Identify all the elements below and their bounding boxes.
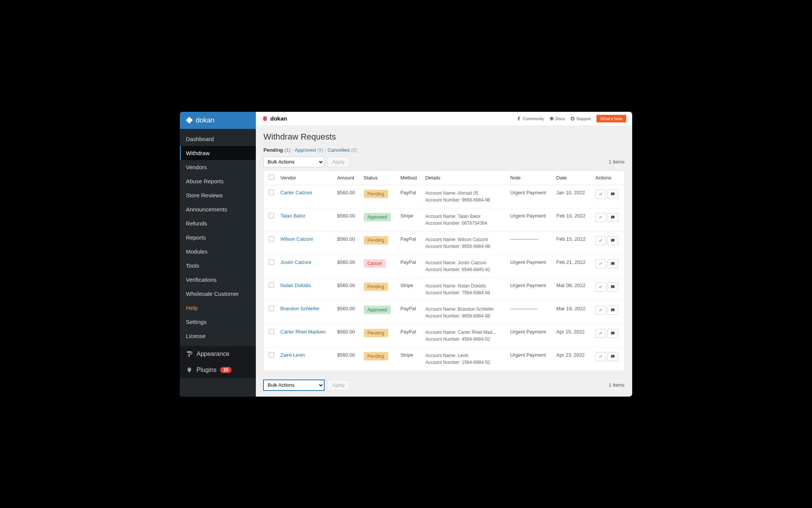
detail-account-name: Account Name: Wilson Calzoni [425,236,504,243]
approve-action-button[interactable] [595,329,606,338]
approve-action-button[interactable] [595,352,606,361]
note-cell: ----------------- [507,301,553,324]
detail-account-number: Account Number: 7584-6984-84 [425,289,504,296]
sidebar-item-help[interactable]: Help [180,301,256,315]
status-tab-pending[interactable]: Pending (1) [263,147,290,153]
sidebar: dokan DashboardWithdrawVendorsAbuse Repo… [180,112,256,397]
comment-action-button[interactable] [607,259,618,268]
whats-new-button[interactable]: What's New [596,115,626,122]
row-checkbox[interactable] [269,306,274,311]
sidebar-item-modules[interactable]: Modules [180,244,256,259]
amount-cell: $560.00 [334,347,361,370]
note-cell: Urgent Payment [507,254,553,278]
vendor-link[interactable]: Talan Bator [281,213,306,219]
table-row: Justin Calzoni$560.00CancelPayPalAccount… [264,254,625,278]
plugins-badge: 20 [220,367,231,373]
approve-action-button[interactable] [595,190,606,199]
topbar-link-community[interactable]: Community [517,116,544,121]
status-badge: Approved [364,213,391,221]
sidebar-item-plugins[interactable]: Plugins20 [180,362,256,378]
detail-account-number: Account Number: 0678754364 [425,220,504,227]
select-all-checkbox[interactable] [269,175,274,180]
date-cell: Feb 21, 2022 [553,254,592,278]
items-count-bottom: 1 items [609,382,625,388]
method-cell: Stripe [397,347,422,370]
col-method: Method [397,170,422,185]
vendor-link[interactable]: Carter Calzoni [281,190,312,195]
comment-action-button[interactable] [607,306,618,315]
method-cell: PayPal [397,231,422,254]
row-checkbox[interactable] [269,236,274,241]
topbar-link-docs[interactable]: Docs [549,116,565,121]
row-checkbox[interactable] [269,213,274,218]
apply-button[interactable]: Apply [327,157,350,167]
method-cell: Stripe [397,208,422,231]
comment-action-button[interactable] [607,236,618,245]
vendor-link[interactable]: Zaire Levin [281,352,305,358]
approve-action-button[interactable] [595,283,606,292]
topbar-link-support[interactable]: Support [570,116,591,121]
status-badge: Pending [364,329,388,337]
approve-action-button[interactable] [595,306,606,315]
approve-action-button[interactable] [595,213,606,222]
sidebar-item-vendors[interactable]: Vendors [180,160,256,174]
comment-action-button[interactable] [607,213,618,222]
date-cell: Apr 23, 2022 [553,347,592,370]
table-row: Zaire Levin$560.00PendingStripeAccount N… [264,347,625,370]
date-cell: Jan 10, 2022 [553,185,592,208]
sidebar-item-refunds[interactable]: Refunds [180,216,256,230]
approve-action-button[interactable] [595,259,606,268]
comment-action-button[interactable] [607,352,618,361]
sidebar-item-license[interactable]: License [180,329,256,343]
sidebar-brand[interactable]: dokan [180,112,256,129]
comment-action-button[interactable] [607,329,618,338]
vendor-link[interactable]: Justin Calzoni [281,259,311,265]
status-tab-approved[interactable]: Approved (9) [295,147,323,153]
approve-action-button[interactable] [595,236,606,245]
row-checkbox[interactable] [269,259,274,265]
detail-account-name: Account Name: Ahmad 05 [425,190,504,197]
col-amount: Amount [334,170,361,185]
sidebar-item-withdraw[interactable]: Withdraw [180,146,256,160]
page-content: Withdraw Requests Pending (1)|Approved (… [256,126,632,397]
apply-button-bottom[interactable]: Apply [327,380,350,391]
vendor-link[interactable]: Nolan Dokidis [281,283,311,288]
row-checkbox[interactable] [269,352,274,357]
status-tab-cancelled[interactable]: Cancelled (0) [328,147,357,153]
sidebar-item-announcements[interactable]: Announcements [180,202,256,216]
sidebar-item-dashboard[interactable]: Dashboard [180,132,256,146]
amount-cell: $560.00 [334,254,361,278]
table-row: Wilson Calzoni$560.00PendingPayPalAccoun… [264,231,625,254]
row-checkbox[interactable] [269,190,274,195]
row-checkbox[interactable] [269,329,274,334]
sidebar-item-wholesale-customer[interactable]: Wholesale Customer [180,287,256,301]
sidebar-item-reports[interactable]: Reports [180,230,256,244]
sidebar-item-settings[interactable]: Settings [180,315,256,329]
sidebar-item-store-reviews[interactable]: Store Reviews [180,188,256,202]
bulk-actions-select-bottom[interactable]: Bulk Actions [263,380,324,391]
detail-account-name: Account Name: Levin [425,352,504,359]
detail-account-name: Account Name: Nolan Dokidis [425,283,504,289]
sidebar-item-appearance[interactable]: Appearance [180,346,256,362]
row-checkbox[interactable] [269,283,274,288]
amount-cell: $560.00 [334,185,361,208]
topbar-brand[interactable]: dokan [262,115,287,122]
vendor-link[interactable]: Carter Rhiel Madsen [281,329,326,335]
comment-action-button[interactable] [607,283,618,292]
bulk-actions-select[interactable]: Bulk Actions [263,157,324,167]
sidebar-menu: DashboardWithdrawVendorsAbuse ReportsSto… [180,129,256,346]
items-count: 1 items [609,159,625,165]
comment-action-button[interactable] [607,190,618,199]
sidebar-item-abuse-reports[interactable]: Abuse Reports [180,174,256,188]
col-actions: Actions [592,170,625,185]
detail-account-number: Account Number: 4584-8984-52 [425,336,504,343]
sidebar-item-verifications[interactable]: Verifications [180,273,256,287]
sidebar-item-tools[interactable]: Tools [180,259,256,273]
col-note: Note [507,170,553,185]
vendor-link[interactable]: Wilson Calzoni [281,236,313,242]
vendor-link[interactable]: Brandon Schleifer [281,306,320,311]
method-cell: PayPal [397,254,422,278]
page-title: Withdraw Requests [263,132,625,142]
dokan-logo-icon [262,116,268,122]
top-toolbar: Bulk Actions Apply 1 items [263,157,625,167]
